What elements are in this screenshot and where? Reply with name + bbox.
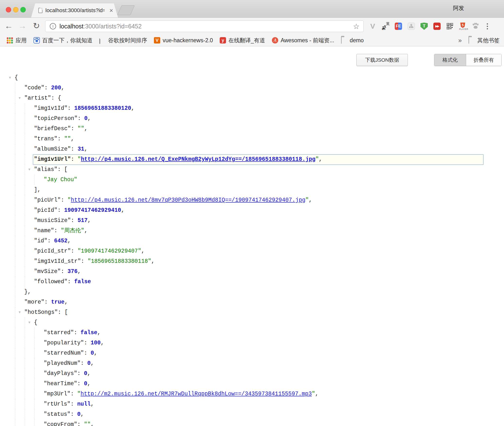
sitemap-extension-icon[interactable]: [408, 23, 415, 30]
translate-extension-icon[interactable]: ⇄ 英 en: [382, 23, 389, 30]
bookmark-star-icon[interactable]: ☆: [353, 22, 360, 31]
zoom-window-button[interactable]: [20, 7, 26, 12]
other-bookmarks-folder[interactable]: 其他书签: [469, 37, 500, 44]
close-window-button[interactable]: [6, 7, 11, 12]
address-bar[interactable]: i localhost:3000/artists?id=6452 ☆: [45, 20, 364, 32]
json-link[interactable]: http://p4.music.126.net/Q_ExePNkmgB2yWyL…: [81, 156, 315, 162]
qr-code-extension-icon[interactable]: [446, 23, 454, 30]
tampermonkey-extension-icon[interactable]: T: [420, 23, 428, 30]
json-punctuation: ,: [84, 146, 88, 152]
json-punctuation: ],: [34, 187, 41, 193]
json-row: "mp3Url": "http://m2.music.126.net/RMJR7…: [0, 389, 504, 399]
indent-guide: [15, 348, 15, 358]
json-quote: ": [67, 197, 71, 203]
json-key: "popularity": [44, 340, 84, 346]
indent-guide: [34, 419, 35, 426]
download-json-button[interactable]: 下载JSON数据: [356, 54, 408, 66]
back-button[interactable]: ←: [3, 18, 14, 35]
url-text[interactable]: localhost:3000/artists?id=6452: [59, 23, 142, 30]
json-key: "briefDesc": [34, 126, 71, 132]
json-value: false: [81, 330, 97, 336]
video-downloader-extension-icon[interactable]: ▶▶: [433, 23, 441, 30]
json-punctuation: :: [84, 350, 91, 356]
bookmarks-overflow-chevron-icon[interactable]: »: [458, 37, 462, 44]
collapse-all-button[interactable]: 折叠所有: [466, 54, 501, 66]
json-key: "trans": [34, 136, 58, 142]
format-button[interactable]: 格式化: [434, 54, 466, 66]
apps-grid-icon: [7, 37, 13, 43]
tab-close-icon[interactable]: ×: [109, 3, 113, 17]
indent-guide: [15, 307, 15, 317]
html5-player-extension-icon[interactable]: 5s PLAYER: [459, 23, 466, 30]
json-row: "picUrl": "http://p4.music.126.net/8mv7q…: [0, 195, 504, 205]
indent-guide: [25, 103, 25, 113]
json-row: ▼"hotSongs": [: [0, 307, 504, 317]
forward-button[interactable]: →: [17, 18, 28, 35]
json-link[interactable]: http://m2.music.126.net/RMJR7wDullRqppBk…: [81, 391, 312, 397]
minimize-window-button[interactable]: [13, 7, 18, 12]
indent-guide: [25, 277, 25, 287]
json-punctuation: ,: [91, 401, 94, 407]
collapse-arrow-icon[interactable]: ▼: [27, 164, 32, 175]
browser-tab[interactable]: localhost:3000/artists?id=6452 ×: [31, 3, 118, 17]
bookmark-label: 在线翻译_有道: [228, 37, 265, 44]
indent-guide: [25, 317, 25, 328]
bookmark-item-youdao[interactable]: y 在线翻译_有道: [220, 37, 265, 44]
bookmark-item-baidu[interactable]: 百度一下，你就知道: [34, 37, 92, 44]
collapse-arrow-icon[interactable]: ▼: [17, 93, 22, 103]
json-value: 100: [91, 340, 101, 346]
reload-button[interactable]: ↻: [31, 18, 42, 35]
json-value: false: [74, 279, 91, 285]
bookmark-item-demo[interactable]: demo: [341, 37, 364, 44]
bookmark-item-vue-hackernews[interactable]: V vue-hackernews-2.0: [154, 37, 213, 44]
json-punctuation: :: [71, 248, 78, 254]
json-punctuation: ,: [87, 381, 91, 387]
json-punctuation: ,: [131, 105, 134, 111]
browser-menu-button[interactable]: [485, 23, 490, 30]
bookmark-item-google-sort[interactable]: 谷歌按时间排序: [99, 37, 147, 44]
bookmark-item-apps[interactable]: 应用: [7, 37, 27, 44]
collapse-arrow-icon[interactable]: ▼: [17, 307, 22, 317]
json-value: 0: [84, 370, 87, 377]
json-link[interactable]: http://p4.music.126.net/8mv7qP30Pd3oHW8b…: [71, 197, 305, 203]
indent-guide: [15, 124, 15, 134]
qr-glyph-icon: [447, 23, 453, 29]
json-row: "mvSize": 376,: [0, 266, 504, 277]
new-tab-button[interactable]: [117, 5, 135, 15]
view-mode-button-group: 格式化 折叠所有: [434, 54, 502, 66]
json-value: 376: [67, 268, 77, 275]
json-quote: ": [77, 391, 81, 397]
vue-icon: V: [154, 37, 160, 43]
tab-title: localhost:3000/artists?id=6452: [45, 7, 105, 14]
json-key: "artist": [24, 95, 51, 101]
json-value: 6452: [54, 238, 67, 244]
indent-guide: [15, 164, 15, 175]
bookmark-item-awesomes[interactable]: A Awesomes - 前端资...: [272, 37, 334, 44]
json-punctuation: {: [15, 75, 18, 81]
paw-extension-icon[interactable]: [472, 23, 479, 30]
json-punctuation: },: [24, 289, 31, 295]
json-punctuation: ,: [61, 85, 65, 91]
json-key: "topicPerson": [34, 115, 77, 122]
json-value: 0: [91, 350, 94, 356]
indent-guide: [15, 317, 15, 328]
json-punctuation: ,: [67, 238, 71, 244]
page-info-icon[interactable]: i: [50, 23, 56, 29]
vue-devtools-extension-icon[interactable]: V: [369, 23, 376, 30]
folder-icon: [469, 37, 469, 44]
indent-guide: [15, 175, 15, 185]
json-row: "topicPerson": 0,: [0, 113, 504, 124]
json-quote: ": [77, 156, 81, 162]
collapse-arrow-icon[interactable]: ▼: [8, 73, 12, 83]
profile-name[interactable]: 阿发: [453, 4, 464, 12]
indent-guide: [25, 164, 25, 175]
json-row: "copyFrom": "",: [0, 419, 504, 426]
fe-helper-extension-icon[interactable]: FE: [395, 23, 402, 30]
json-punctuation: ,: [319, 156, 322, 162]
json-value: "Jay Chou": [44, 177, 77, 183]
indent-guide: [25, 409, 25, 419]
bookmark-label: demo: [350, 37, 364, 44]
collapse-arrow-icon[interactable]: ▼: [27, 317, 32, 328]
json-key: "img1v1Id": [34, 105, 67, 111]
indent-guide: [15, 93, 15, 103]
